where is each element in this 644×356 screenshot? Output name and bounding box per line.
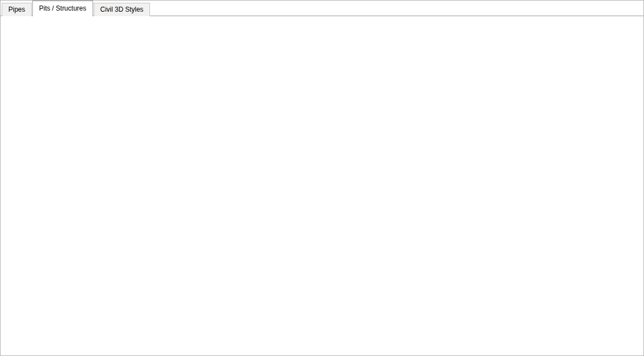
tab-label: Pits / Structures: [39, 4, 86, 12]
app-window: PipesPits / StructuresCivil 3D Styles CS…: [0, 0, 644, 356]
tab-civil-3d-styles[interactable]: Civil 3D Styles: [94, 3, 150, 16]
tab-label: Pipes: [8, 6, 25, 13]
tab-pits-structures[interactable]: Pits / Structures: [32, 1, 93, 16]
tab-panel: [1, 16, 643, 355]
tab-bar: PipesPits / StructuresCivil 3D Styles: [2, 1, 151, 16]
tab-label: Civil 3D Styles: [100, 6, 143, 13]
tab-pipes[interactable]: Pipes: [2, 3, 32, 16]
